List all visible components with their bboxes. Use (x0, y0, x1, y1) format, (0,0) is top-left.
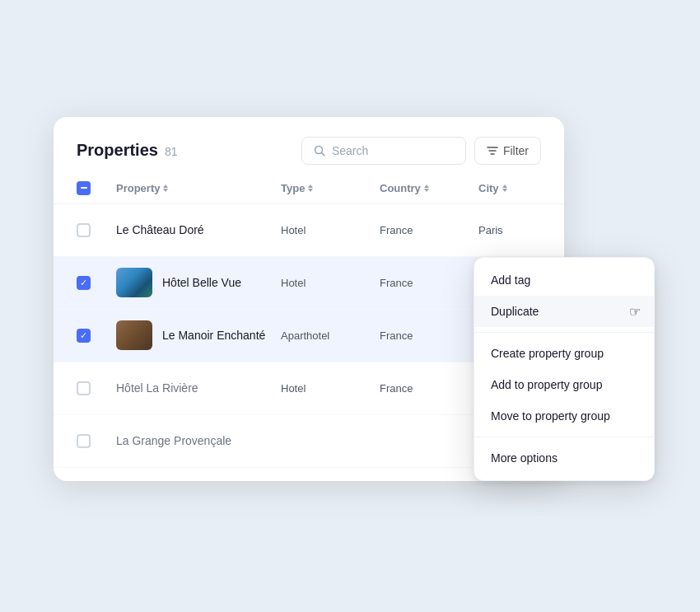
sort-property-icon[interactable] (163, 185, 168, 192)
row2-checkbox[interactable]: ✓ (77, 276, 91, 290)
row5-property-cell: La Grange Provençale (116, 434, 281, 447)
th-type: Type (281, 181, 380, 195)
row3-checkbox-cell: ✓ (77, 329, 116, 343)
more-options-label: More options (491, 451, 558, 465)
menu-item-more-options[interactable]: More options (474, 442, 654, 474)
row2-thumbnail (116, 268, 152, 297)
row4-country: France (380, 382, 478, 395)
row1-checkbox[interactable] (77, 223, 91, 237)
row3-checkbox[interactable]: ✓ (77, 329, 91, 343)
row1-checkbox-cell (77, 223, 116, 237)
menu-divider-1 (474, 332, 654, 333)
sort-city-icon[interactable] (502, 185, 507, 192)
row3-property-cell: Le Manoir Enchanté (116, 320, 281, 350)
header-checkbox[interactable] (77, 181, 91, 195)
row4-checkbox[interactable] (77, 381, 91, 395)
context-menu: Add tag Duplicate ☞ Create property grou… (474, 257, 655, 481)
cursor-icon: ☞ (629, 303, 641, 319)
row2-type: Hotel (281, 277, 380, 289)
row2-checkbox-cell: ✓ (77, 276, 116, 290)
move-to-property-group-label: Move to property group (491, 409, 610, 423)
svg-line-1 (321, 152, 324, 156)
menu-item-add-tag[interactable]: Add tag (474, 264, 654, 296)
row2-country: France (380, 277, 478, 289)
header-actions: Search Filter (301, 137, 541, 165)
properties-count: 81 (165, 145, 178, 158)
page-title: Properties (77, 141, 158, 160)
row4-checkbox-cell (77, 381, 116, 395)
th-country: Country (380, 181, 478, 195)
search-icon (314, 145, 325, 157)
row3-property-name: Le Manoir Enchanté (162, 329, 265, 342)
duplicate-label: Duplicate (491, 305, 539, 318)
th-property: Property (116, 181, 281, 195)
row5-checkbox-cell (77, 434, 116, 448)
search-box[interactable]: Search (301, 137, 466, 165)
row3-country: France (380, 329, 478, 342)
row1-country: France (380, 224, 478, 236)
filter-button[interactable]: Filter (474, 137, 541, 165)
filter-label: Filter (503, 144, 529, 157)
table-row[interactable]: Le Château Doré Hotel France Paris (54, 204, 564, 257)
menu-item-add-to-property-group[interactable]: Add to property group (474, 369, 654, 400)
menu-item-duplicate[interactable]: Duplicate ☞ (474, 296, 654, 327)
card-header: Properties 81 Search F (54, 137, 564, 181)
add-to-property-group-label: Add to property group (491, 378, 602, 391)
menu-item-create-property-group[interactable]: Create property group (474, 338, 654, 369)
row5-property-name: La Grange Provençale (116, 434, 231, 447)
row1-property-cell: Le Château Doré (116, 223, 281, 236)
th-city: City (478, 181, 561, 195)
th-checkbox (77, 181, 116, 195)
filter-icon (487, 145, 498, 157)
row3-thumbnail (116, 320, 152, 350)
add-tag-label: Add tag (491, 273, 530, 287)
title-group: Properties 81 (77, 141, 178, 160)
row4-type: Hotel (281, 382, 380, 395)
row1-type: Hotel (281, 224, 380, 236)
row2-property-cell: Hôtel Belle Vue (116, 268, 281, 297)
row2-property-name: Hôtel Belle Vue (162, 276, 241, 289)
row1-city: Paris (478, 224, 561, 236)
row3-type: Aparthotel (281, 329, 380, 342)
menu-divider-2 (474, 437, 654, 437)
row4-property-name: Hôtel La Rivière (116, 381, 198, 395)
row5-checkbox[interactable] (77, 434, 91, 448)
sort-type-icon[interactable] (308, 185, 313, 192)
table-header: Property Type Country (54, 181, 564, 204)
search-placeholder: Search (332, 144, 368, 157)
create-property-group-label: Create property group (491, 347, 604, 360)
row4-property-cell: Hôtel La Rivière (116, 381, 281, 395)
sort-country-icon[interactable] (424, 185, 429, 192)
row1-property-name: Le Château Doré (116, 223, 204, 236)
menu-item-move-to-property-group[interactable]: Move to property group (474, 400, 654, 432)
